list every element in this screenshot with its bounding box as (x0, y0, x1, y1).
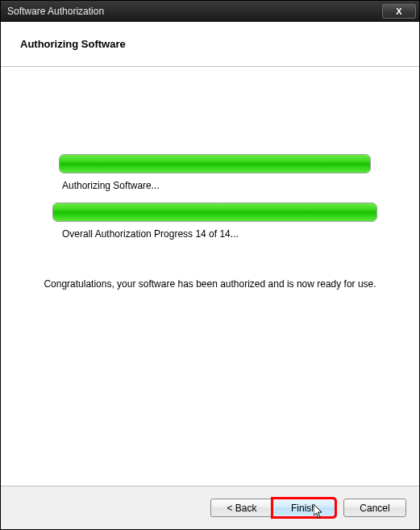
back-button[interactable]: < Back (210, 499, 273, 517)
overall-progress-block: Overall Authorization Progress 14 of 14.… (59, 202, 371, 240)
content-area: Authorizing Software... Overall Authoriz… (1, 67, 419, 486)
finish-button[interactable]: Finish (272, 499, 335, 517)
close-button[interactable]: X (382, 4, 416, 19)
step-progress-label: Authorizing Software... (59, 180, 371, 191)
header-strip: Authorizing Software (1, 22, 419, 67)
window-title: Software Authorization (7, 6, 104, 17)
step-progress-fill (60, 155, 370, 173)
footer-button-bar: < Back Finish Cancel (1, 486, 419, 529)
overall-progress-bar (52, 202, 377, 222)
cancel-button[interactable]: Cancel (343, 499, 406, 517)
finish-button-label: Finish (291, 503, 317, 514)
step-progress-block: Authorizing Software... (59, 154, 371, 191)
close-icon: X (396, 6, 401, 16)
page-title: Authorizing Software (20, 38, 126, 50)
dialog-window: Software Authorization X Authorizing Sof… (0, 0, 420, 530)
overall-progress-fill (53, 203, 376, 221)
overall-progress-label: Overall Authorization Progress 14 of 14.… (59, 228, 371, 240)
titlebar: Software Authorization X (1, 1, 419, 22)
step-progress-bar (59, 154, 371, 173)
wizard-button-group: < Back Finish (210, 499, 335, 517)
success-message: Congratulations, your software has been … (1, 278, 419, 290)
